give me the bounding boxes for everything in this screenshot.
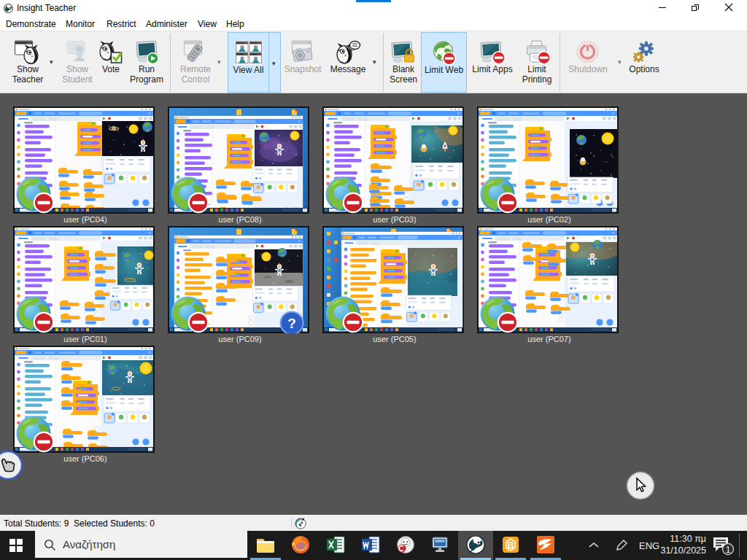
svg-text:1: 1 xyxy=(726,545,731,555)
svg-text:user (PC04): user (PC04) xyxy=(63,215,107,224)
svg-text:user (PC05): user (PC05) xyxy=(373,335,416,343)
svg-text:user (PC03): user (PC03) xyxy=(373,215,416,224)
svg-text:user (PC09): user (PC09) xyxy=(218,335,261,343)
svg-text:?: ? xyxy=(287,316,296,331)
svg-text:user (PC01): user (PC01) xyxy=(63,335,107,343)
svg-text:B: B xyxy=(508,540,514,551)
svg-text:user (PC08): user (PC08) xyxy=(218,215,261,224)
svg-text:user (PC06): user (PC06) xyxy=(63,454,107,463)
svg-text:user (PC02): user (PC02) xyxy=(527,215,570,224)
svg-text:user (PC07): user (PC07) xyxy=(527,335,570,343)
